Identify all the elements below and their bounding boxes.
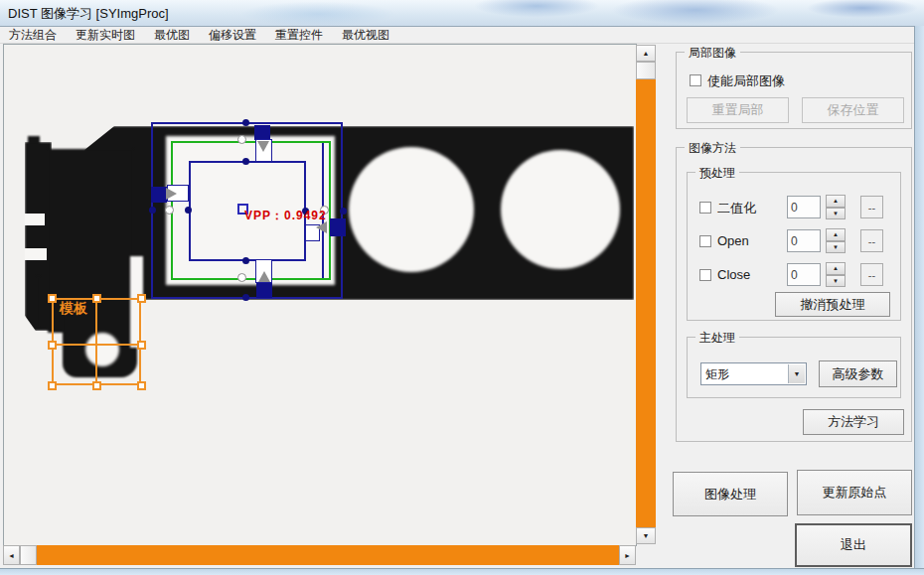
spinner-down-icon[interactable]: ▼ (826, 208, 846, 220)
menu-best-image[interactable]: 最优图 (154, 27, 190, 44)
binarize-value-input[interactable] (787, 196, 821, 218)
enable-local-image-checkbox[interactable] (690, 74, 701, 86)
preprocess-group: 预处理 二值化 ▲ ▼ -- Open ▲ ▼ -- (687, 172, 901, 321)
shape-select[interactable]: 矩形 ▼ (700, 362, 807, 385)
scroll-right-icon: ► (624, 552, 631, 559)
spinner-up-icon[interactable]: ▲ (826, 195, 846, 208)
control-panel: 局部图像 使能局部图像 重置局部 保存位置 图像方法 预处理 二值化 ▲ ▼ -… (662, 45, 912, 571)
scroll-right-button[interactable]: ► (619, 545, 636, 565)
menu-reset-controls[interactable]: 重置控件 (275, 27, 323, 44)
save-position-button[interactable]: 保存位置 (802, 97, 904, 123)
camera-image-viewport[interactable]: VPP：0.9492 模板 (3, 44, 637, 546)
roi-anchor-dot[interactable] (165, 206, 174, 215)
template-handle[interactable] (92, 381, 101, 390)
update-origin-button[interactable]: 更新原始点 (797, 470, 912, 515)
close-checkbox[interactable] (699, 269, 711, 281)
image-process-button[interactable]: 图像处理 (673, 472, 788, 516)
main-process-group: 主处理 矩形 ▼ 高级参数 (687, 337, 901, 398)
enable-local-image-label: 使能局部图像 (707, 72, 785, 90)
caliper-handle-right[interactable] (330, 218, 346, 236)
reset-local-button[interactable]: 重置局部 (687, 97, 789, 123)
roi-node-dot[interactable] (340, 208, 347, 215)
menu-best-view[interactable]: 最优视图 (342, 27, 389, 44)
method-learn-button[interactable]: 方法学习 (803, 409, 904, 435)
roi-node-dot[interactable] (242, 119, 249, 126)
open-checkbox[interactable] (699, 235, 711, 247)
roi-node-dot[interactable] (149, 207, 156, 214)
scroll-up-icon: ▲ (643, 50, 650, 57)
spinner-up-icon[interactable]: ▲ (826, 262, 846, 275)
title-bar: DIST 图像学习 [SYImgProc] (0, 0, 924, 27)
close-aux-box: -- (860, 263, 883, 286)
scroll-down-button[interactable]: ▼ (636, 527, 656, 544)
spinner-down-icon[interactable]: ▼ (826, 241, 846, 254)
roi-anchor-dot[interactable] (237, 135, 246, 144)
window-bottom-border (0, 568, 924, 575)
binarize-spinner: ▲ ▼ (826, 195, 846, 219)
close-label: Close (717, 267, 750, 282)
local-image-group-title: 局部图像 (685, 45, 740, 62)
part-hole-circle-right (501, 150, 620, 269)
caliper-handle-left[interactable] (151, 187, 167, 203)
roi-node-dot[interactable] (185, 207, 192, 214)
part-hole-circle-left (349, 147, 474, 272)
binarize-label: 二值化 (717, 200, 756, 217)
advanced-params-button[interactable]: 高级参数 (819, 360, 897, 387)
part-notch-1 (25, 214, 45, 225)
close-spinner: ▲ ▼ (826, 262, 846, 287)
horizontal-scrollbar[interactable]: ◄ ► (3, 545, 636, 567)
part-silhouette-needle (37, 276, 40, 328)
template-handle[interactable] (137, 381, 146, 390)
app-window: DIST 图像学习 [SYImgProc] 方法组合 更新实时图 最优图 偏移设… (0, 0, 924, 575)
menu-method-combo[interactable]: 方法组合 (9, 27, 57, 44)
open-spinner: ▲ ▼ (826, 228, 846, 253)
template-handle[interactable] (48, 341, 57, 350)
roi-node-dot[interactable] (242, 257, 249, 264)
vpp-score-label: VPP：0.9492 (244, 208, 327, 224)
caliper-arrow-up-icon (258, 271, 270, 282)
binarize-aux-box: -- (860, 196, 883, 218)
binarize-checkbox[interactable] (699, 202, 711, 214)
menu-update-live-image[interactable]: 更新实时图 (76, 27, 135, 44)
local-image-group: 局部图像 使能局部图像 重置局部 保存位置 (676, 52, 912, 129)
template-handle[interactable] (137, 341, 146, 350)
open-label: Open (717, 233, 749, 248)
caliper-handle-top[interactable] (254, 125, 270, 140)
scroll-left-button[interactable]: ◄ (3, 545, 20, 565)
caliper-handle-bottom[interactable] (256, 283, 272, 298)
dropdown-arrow-icon[interactable]: ▼ (788, 364, 805, 383)
caliper-arrow-down-icon (257, 141, 269, 152)
close-value-input[interactable] (787, 263, 821, 286)
roi-node-dot[interactable] (242, 158, 249, 165)
horizontal-scroll-track[interactable] (37, 545, 619, 565)
roi-anchor-dot[interactable] (237, 273, 246, 282)
window-right-border (914, 26, 924, 575)
template-cross-horizontal (52, 344, 141, 346)
image-method-group: 图像方法 预处理 二值化 ▲ ▼ -- Open ▲ ▼ (676, 147, 912, 442)
template-handle[interactable] (137, 294, 146, 303)
spinner-up-icon[interactable]: ▲ (826, 228, 846, 241)
menu-bar: 方法组合 更新实时图 最优图 偏移设置 重置控件 最优视图 (0, 27, 924, 44)
exit-button[interactable]: 退出 (795, 523, 912, 567)
scroll-up-button[interactable]: ▲ (636, 45, 656, 62)
template-handle[interactable] (48, 381, 57, 390)
part-notch-2 (25, 248, 47, 260)
vertical-scroll-track[interactable] (636, 79, 656, 527)
roi-node-dot[interactable] (242, 294, 249, 301)
window-title: DIST 图像学习 [SYImgProc] (8, 5, 169, 23)
main-process-group-title: 主处理 (695, 330, 739, 347)
template-handle[interactable] (92, 294, 101, 303)
horizontal-scroll-thumb[interactable] (20, 545, 37, 565)
template-cross-vertical (95, 298, 97, 385)
caliper-arrow-right-icon (166, 188, 177, 200)
template-handle[interactable] (48, 294, 57, 303)
preprocess-group-title: 预处理 (695, 165, 739, 182)
undo-preprocess-button[interactable]: 撤消预处理 (775, 292, 890, 317)
open-value-input[interactable] (787, 229, 821, 252)
menu-offset-settings[interactable]: 偏移设置 (209, 27, 256, 44)
vertical-scrollbar[interactable]: ▲ ▼ (636, 45, 658, 544)
spinner-down-icon[interactable]: ▼ (826, 275, 846, 288)
shape-select-value: 矩形 (705, 366, 729, 383)
open-aux-box: -- (860, 229, 883, 252)
vertical-scroll-thumb[interactable] (636, 62, 656, 79)
